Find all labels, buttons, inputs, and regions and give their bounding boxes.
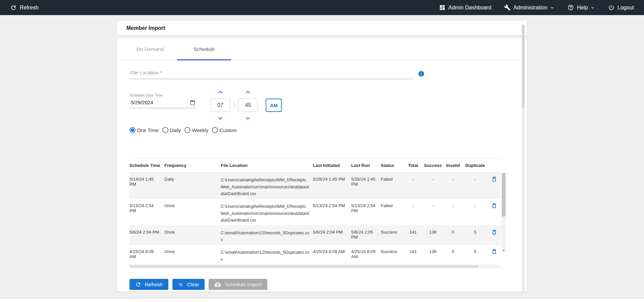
trash-icon bbox=[491, 248, 497, 255]
radio-unselected-icon bbox=[212, 127, 218, 133]
radio-unselected-icon bbox=[184, 127, 191, 133]
admin-dashboard-menu-item[interactable]: Admin Dashboard bbox=[439, 4, 491, 11]
schedule-import-button[interactable]: Schedule Import bbox=[209, 279, 267, 290]
hour-decrement-button[interactable] bbox=[216, 114, 225, 123]
admin-dashboard-label: Admin Dashboard bbox=[448, 5, 491, 11]
page-scrollbar[interactable] bbox=[522, 24, 525, 295]
col-header-schedule-time: Schedule Time bbox=[129, 159, 164, 173]
refresh-nav-button[interactable]: Refresh bbox=[10, 4, 39, 11]
col-header-actions bbox=[488, 159, 501, 173]
table-row: 5/13/24 2:54 PM Once C:\Users\ratnak\git… bbox=[129, 199, 501, 225]
col-header-status: Status bbox=[381, 159, 404, 173]
schedule-table-container: Schedule Time Frequency File Location La… bbox=[129, 158, 506, 268]
schedule-table: Schedule Time Frequency File Location La… bbox=[129, 158, 501, 264]
help-menu-item[interactable]: Help bbox=[568, 4, 595, 11]
hour-input[interactable]: 07 bbox=[211, 99, 230, 112]
cell-invalid: 0 bbox=[443, 245, 463, 264]
scrollbar-thumb[interactable] bbox=[129, 265, 478, 268]
trash-icon bbox=[491, 176, 497, 182]
col-header-last-initiated: Last Initiated bbox=[313, 159, 351, 173]
calendar-icon[interactable] bbox=[190, 100, 195, 105]
schedule-form: Schedule Date Time 07 bbox=[117, 68, 527, 290]
delete-row-button[interactable] bbox=[491, 248, 497, 256]
radio-unselected-icon bbox=[162, 127, 168, 133]
cell-status: Failed bbox=[381, 199, 404, 225]
file-location-row bbox=[129, 68, 515, 79]
col-header-duplicate: Duplicate bbox=[463, 159, 488, 173]
clear-button[interactable]: Clear bbox=[172, 279, 205, 290]
minute-increment-button[interactable] bbox=[244, 88, 252, 97]
topbar-menu: Admin Dashboard Administration Help Logo… bbox=[439, 4, 634, 11]
cell-invalid: 0 bbox=[443, 225, 463, 245]
table-horizontal-scrollbar[interactable] bbox=[129, 265, 501, 268]
action-buttons-row: Refresh Clear Schedule Import bbox=[129, 279, 515, 290]
delete-row-button[interactable] bbox=[491, 229, 497, 236]
cell-last-initiated: 5/28/24 1:45 PM bbox=[313, 173, 351, 199]
refresh-icon bbox=[135, 282, 141, 288]
meridiem-toggle-button[interactable]: AM bbox=[266, 99, 282, 112]
chevron-down-icon bbox=[549, 5, 555, 10]
tab-bar: On Demand Schedule bbox=[117, 38, 527, 60]
dashboard-grid-icon bbox=[439, 4, 445, 11]
delete-row-button[interactable] bbox=[491, 176, 497, 183]
cell-duplicate: 5 bbox=[463, 225, 488, 245]
logout-menu-item[interactable]: Logout bbox=[608, 4, 634, 11]
cell-frequency: Once bbox=[164, 199, 221, 225]
cloud-upload-icon bbox=[214, 281, 221, 288]
minute-decrement-button[interactable] bbox=[244, 114, 252, 123]
frequency-option-weekly[interactable]: Weekly bbox=[184, 127, 208, 133]
frequency-option-custom[interactable]: Custom bbox=[212, 127, 237, 133]
col-header-file-location: File Location bbox=[221, 159, 313, 173]
cell-last-run: 5/6/24 2:05 PM bbox=[351, 225, 381, 245]
refresh-nav-label: Refresh bbox=[20, 5, 39, 11]
cell-schedule-time: 4/25/24 8:08 AM bbox=[129, 245, 164, 264]
file-location-input[interactable] bbox=[129, 68, 413, 79]
scrollbar-thumb[interactable] bbox=[502, 173, 505, 217]
cell-file-location: C:\Users\ratnak\git\eReceipts\IMM_ERecei… bbox=[221, 173, 313, 199]
top-navigation-bar: Refresh Admin Dashboard Administration H… bbox=[0, 0, 644, 15]
table-row: 5/14/24 1:45 PM Daily C:\Users\ratnak\gi… bbox=[129, 173, 501, 199]
file-location-info-button[interactable] bbox=[418, 70, 425, 77]
frequency-option-one-time[interactable]: One Time bbox=[129, 127, 159, 133]
frequency-option-label: Weekly bbox=[192, 127, 208, 133]
cell-invalid: - bbox=[443, 199, 463, 225]
cell-success: - bbox=[422, 173, 443, 199]
tab-on-demand[interactable]: On Demand bbox=[123, 38, 177, 60]
cell-invalid: - bbox=[443, 173, 463, 199]
chevron-down-icon bbox=[590, 5, 595, 10]
cell-file-location: C:\Users\ratnak\git\eReceipts\IMM_ERecei… bbox=[221, 199, 313, 225]
help-label: Help bbox=[577, 5, 588, 11]
table-row: 4/25/24 8:08 AM Once C:\email\Automation… bbox=[129, 245, 501, 264]
frequency-option-label: Custom bbox=[219, 127, 237, 133]
scrollbar-thumb[interactable] bbox=[522, 24, 525, 108]
power-icon bbox=[608, 4, 614, 11]
info-icon bbox=[418, 70, 425, 77]
cell-success: 136 bbox=[422, 225, 443, 245]
cell-schedule-time: 5/6/24 2:04 PM bbox=[129, 225, 164, 245]
minute-input[interactable]: 45 bbox=[238, 99, 258, 112]
tab-schedule[interactable]: Schedule bbox=[177, 38, 231, 60]
member-import-panel: On Demand Schedule Schedule Date Time bbox=[117, 38, 527, 292]
main-content: Member Import On Demand Schedule Schedul… bbox=[0, 21, 644, 298]
cell-frequency: Once bbox=[164, 225, 221, 245]
frequency-option-daily[interactable]: Daily bbox=[162, 127, 181, 133]
user-email: fiAdmin@qaxpauto.onmicrosoft.com bbox=[2, 301, 78, 302]
hour-increment-button[interactable] bbox=[216, 88, 225, 97]
refresh-button[interactable]: Refresh bbox=[129, 279, 168, 290]
table-vertical-scrollbar[interactable]: ▾ bbox=[501, 172, 506, 253]
date-input[interactable] bbox=[130, 99, 180, 106]
col-header-invalid: Invalid bbox=[443, 159, 463, 173]
cell-status: Failed bbox=[381, 173, 404, 199]
cell-last-initiated: 4/25/24 8:08 AM bbox=[313, 245, 351, 264]
cell-total: 141 bbox=[404, 245, 422, 264]
table-header-row: Schedule Time Frequency File Location La… bbox=[129, 159, 501, 173]
chevron-up-icon bbox=[216, 88, 225, 97]
delete-row-button[interactable] bbox=[491, 202, 497, 210]
cell-total: - bbox=[404, 199, 422, 225]
cell-success: 136 bbox=[422, 245, 443, 264]
scroll-down-arrow-icon[interactable]: ▾ bbox=[501, 248, 506, 253]
page-title-card: Member Import bbox=[117, 21, 527, 35]
trash-icon bbox=[491, 202, 497, 209]
administration-menu-item[interactable]: Administration bbox=[504, 4, 555, 11]
cell-duplicate: - bbox=[463, 173, 488, 199]
